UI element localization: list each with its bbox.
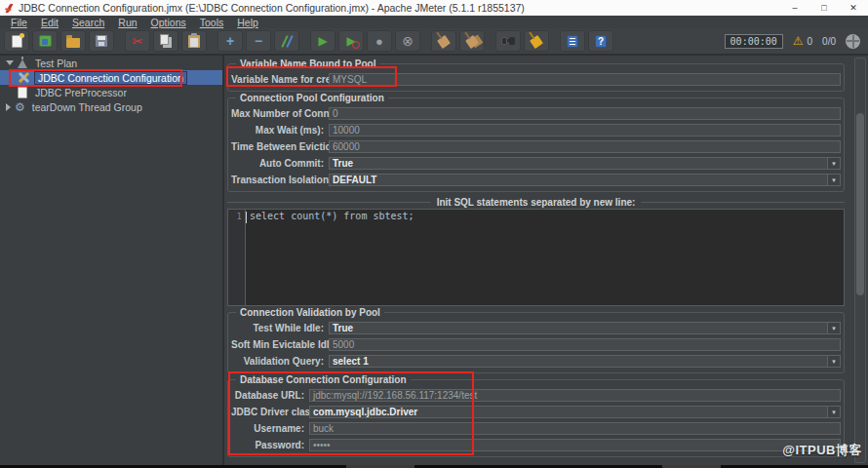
group-variable-name-bound-to-pool: Variable Name Bound to Pool Variable Nam… — [227, 63, 845, 92]
dropdown-arrow-icon[interactable] — [827, 356, 840, 367]
collapse-all-icon: − — [255, 34, 262, 48]
transaction-isolation-select[interactable]: DEFAULT — [329, 174, 841, 186]
field-label: Test While Idle: — [231, 323, 329, 333]
clear-button[interactable] — [431, 30, 456, 52]
templates-button[interactable] — [32, 30, 58, 52]
field-label: JDBC Driver class: — [231, 407, 309, 417]
dropdown-arrow-icon[interactable] — [827, 175, 840, 185]
username-input[interactable]: buck — [309, 422, 841, 435]
group-title: Database Connection Configuration — [236, 374, 411, 385]
log-errors-indicator[interactable]: ⚠ 0 — [793, 34, 812, 48]
menu-edit[interactable]: Edit — [34, 17, 65, 28]
help-button[interactable]: ? — [588, 30, 613, 52]
form-row: Max Wait (ms): 10000 — [231, 122, 841, 138]
group-connection-pool-configuration: Connection Pool Configuration Max Number… — [227, 98, 845, 192]
test-while-idle-select[interactable]: True — [329, 322, 841, 334]
form-row: Username: buck — [231, 420, 841, 437]
variable-name-input[interactable]: MYSQL — [329, 73, 841, 86]
paste-icon — [188, 35, 200, 48]
copy-icon — [160, 34, 169, 45]
tree-item-jdbc-connection-configuration[interactable]: JDBC Connection Configuration — [0, 70, 222, 85]
collapse-all-button[interactable]: − — [246, 30, 271, 52]
field-label: Time Between Eviction Runs (ms): — [231, 141, 329, 152]
toggle-button[interactable] — [274, 30, 299, 52]
maximize-button[interactable]: □ — [809, 0, 839, 16]
dropdown-arrow-icon[interactable] — [827, 323, 840, 333]
chevron-right-icon[interactable] — [6, 103, 11, 111]
max-connections-input[interactable]: 0 — [329, 107, 841, 120]
clear-all-button[interactable] — [459, 30, 485, 52]
thread-counts: 0/0 — [822, 36, 836, 47]
templates-icon — [39, 35, 52, 47]
form-row: Validation Query: select 1 — [231, 353, 841, 370]
max-wait-input[interactable]: 10000 — [329, 124, 841, 136]
paste-button[interactable] — [181, 30, 207, 52]
tree-item-jdbc-preprocessor[interactable]: JDBC PreProcessor — [0, 85, 222, 99]
password-input[interactable]: ••••• — [309, 439, 841, 451]
elapsed-timer: 00:00:00 — [725, 34, 783, 49]
watermark: @ITPUB博客 — [782, 442, 862, 459]
clear-search-button[interactable] — [524, 30, 549, 52]
menu-options[interactable]: Options — [144, 17, 193, 28]
menu-file[interactable]: File — [4, 17, 34, 28]
jdbc-driver-class-select[interactable]: com.mysql.jdbc.Driver — [309, 406, 841, 418]
test-plan-icon — [18, 59, 27, 68]
form-row: Soft Min Evictable Idle Time(ms): 5000 — [231, 336, 841, 353]
form-row: Database URL: jdbc:mysql://192.168.56.11… — [231, 387, 841, 404]
tree-item-teardown-thread-group[interactable]: ⚙ tearDown Thread Group — [0, 99, 222, 114]
warning-count: 0 — [808, 36, 813, 47]
open-button[interactable] — [60, 30, 86, 52]
stop-button[interactable]: ● — [367, 30, 392, 52]
title-bar: JDBC Connection Configuration.jmx (E:\JD… — [0, 0, 868, 16]
cut-button[interactable]: ✂ — [125, 30, 150, 52]
start-button[interactable]: ▶ — [310, 30, 335, 52]
field-label: Validation Query: — [231, 356, 329, 367]
cut-icon: ✂ — [133, 35, 143, 48]
field-label: Variable Name for created pool: — [231, 74, 329, 85]
menu-bar: File Edit Search Run Options Tools Help — [0, 16, 868, 28]
form-row: Password: ••••• — [231, 437, 841, 453]
field-label: Max Wait (ms): — [231, 125, 329, 136]
close-button[interactable]: ✕ — [839, 0, 868, 16]
shutdown-button[interactable]: ⊗ — [395, 30, 420, 52]
stop-icon: ● — [375, 35, 383, 48]
tree-item-label: JDBC PreProcessor — [32, 87, 130, 98]
init-sql-editor[interactable]: 1 select count(*) from sbtest; — [227, 209, 845, 306]
auto-commit-select[interactable]: True — [329, 157, 841, 170]
soft-min-evictable-input[interactable]: 5000 — [329, 338, 841, 351]
expand-all-button[interactable]: + — [217, 30, 243, 52]
validation-query-select[interactable]: select 1 — [329, 355, 841, 368]
toolbar-status: 00:00:00 ⚠ 0 0/0 — [725, 34, 860, 49]
field-label: Transaction Isolation: — [231, 175, 329, 185]
tree-item-test-plan[interactable]: Test Plan — [0, 56, 222, 70]
editor-code-area[interactable]: select count(*) from sbtest; — [246, 210, 844, 305]
copy-button[interactable] — [153, 30, 178, 52]
menu-help[interactable]: Help — [230, 17, 265, 28]
menu-tools[interactable]: Tools — [193, 17, 231, 28]
menu-search[interactable]: Search — [65, 17, 111, 28]
group-title: Variable Name Bound to Pool — [236, 58, 379, 69]
chevron-down-icon[interactable] — [6, 60, 14, 65]
database-url-input[interactable]: jdbc:mysql://192.168.56.117:1234/test — [309, 389, 841, 402]
warning-icon: ⚠ — [793, 34, 804, 48]
save-button[interactable] — [89, 30, 114, 52]
menu-run[interactable]: Run — [111, 17, 143, 28]
scrollbar-thumb[interactable] — [856, 113, 864, 295]
start-no-timers-icon: ▶ — [346, 35, 355, 47]
search-button[interactable] — [495, 30, 521, 52]
window-controls: – □ ✕ — [780, 0, 868, 16]
new-file-button[interactable] — [4, 30, 29, 52]
dropdown-arrow-icon[interactable] — [827, 407, 840, 417]
function-helper-button[interactable] — [560, 30, 585, 52]
form-row: Test While Idle: True — [231, 320, 841, 336]
eviction-runs-input[interactable]: 60000 — [329, 140, 841, 153]
window-title: JDBC Connection Configuration.jmx (E:\JD… — [19, 2, 525, 14]
form-row: Max Number of Connections: 0 — [231, 105, 841, 122]
group-database-connection-configuration: Database Connection Configuration Databa… — [227, 379, 845, 457]
save-icon — [96, 35, 107, 47]
dropdown-arrow-icon[interactable] — [827, 158, 840, 169]
toolbar: ✂ + − ▶ ▶ ● ⊗ ? 00:00:00 ⚠ 0 0/0 — [0, 28, 868, 56]
minimize-button[interactable]: – — [780, 0, 809, 16]
start-no-timers-button[interactable]: ▶ — [338, 30, 364, 52]
vertical-scrollbar[interactable] — [854, 58, 866, 463]
